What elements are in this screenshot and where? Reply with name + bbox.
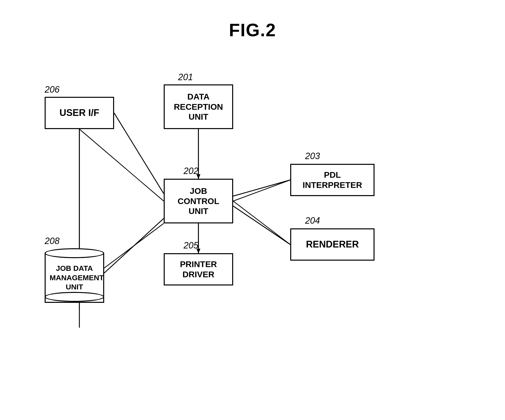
svg-line-5 bbox=[233, 180, 290, 201]
ref-203: 203 bbox=[305, 151, 320, 161]
diagram-container: USER I/F 206 DATARECEPTIONUNIT 201 JOBCO… bbox=[30, 55, 476, 377]
cylinder-body: JOB DATAMANAGEMENTUNIT bbox=[45, 253, 104, 303]
svg-line-3 bbox=[79, 129, 164, 201]
cylinder-bottom bbox=[45, 292, 104, 302]
job-control-box: JOBCONTROLUNIT bbox=[164, 179, 233, 223]
ref-201: 201 bbox=[178, 72, 193, 82]
page-title: FIG.2 bbox=[0, 0, 505, 40]
printer-driver-box: PRINTERDRIVER bbox=[164, 253, 233, 285]
renderer-box: RENDERER bbox=[290, 228, 375, 261]
user-if-box: USER I/F bbox=[45, 97, 114, 129]
svg-line-19 bbox=[104, 218, 164, 273]
svg-line-16 bbox=[233, 206, 290, 245]
svg-line-6 bbox=[233, 201, 290, 245]
ref-205: 205 bbox=[184, 240, 198, 251]
ref-206: 206 bbox=[45, 84, 60, 95]
ref-202: 202 bbox=[184, 166, 198, 176]
svg-line-15 bbox=[233, 180, 290, 196]
ref-204: 204 bbox=[305, 215, 320, 226]
job-data-mgmt-cylinder: JOB DATAMANAGEMENTUNIT bbox=[45, 248, 104, 303]
cylinder-top bbox=[45, 248, 104, 258]
data-reception-box: DATARECEPTIONUNIT bbox=[164, 84, 233, 129]
svg-line-13 bbox=[114, 113, 164, 194]
svg-line-9 bbox=[104, 223, 164, 268]
ref-208: 208 bbox=[45, 236, 60, 246]
pdl-interpreter-box: PDLINTERPRETER bbox=[290, 164, 375, 196]
